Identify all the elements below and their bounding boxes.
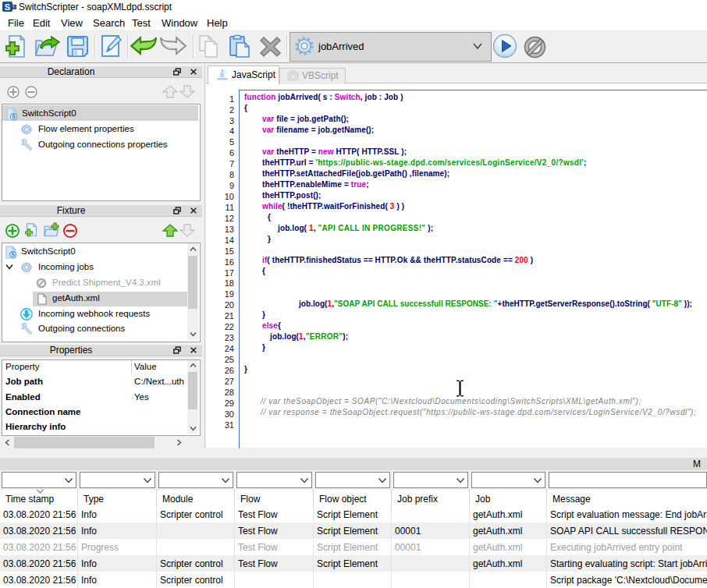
svg-text:S: S [12, 113, 15, 120]
svg-text:S: S [11, 251, 14, 258]
svg-text:S: S [5, 2, 10, 12]
